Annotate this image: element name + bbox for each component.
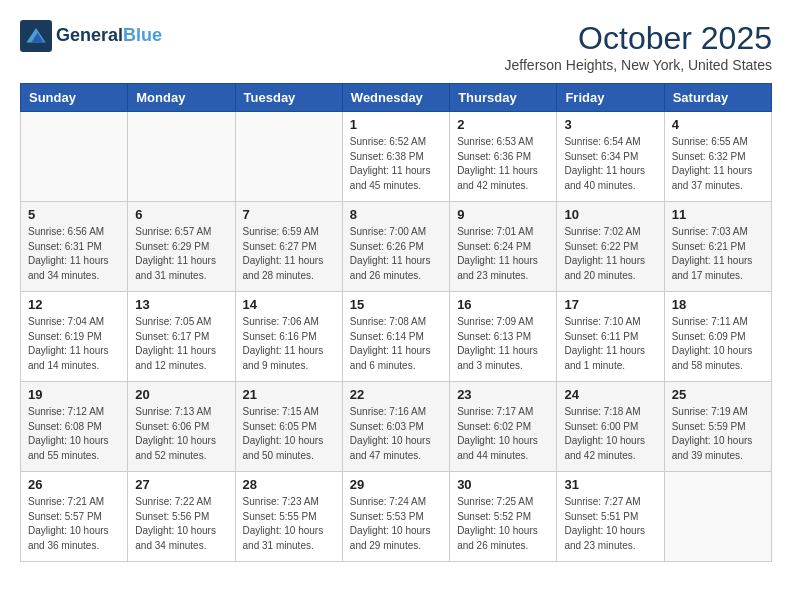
logo: GeneralBlue (20, 20, 162, 52)
calendar-cell: 31Sunrise: 7:27 AM Sunset: 5:51 PM Dayli… (557, 472, 664, 562)
day-number: 14 (243, 297, 335, 312)
calendar-week-5: 26Sunrise: 7:21 AM Sunset: 5:57 PM Dayli… (21, 472, 772, 562)
day-number: 28 (243, 477, 335, 492)
day-info: Sunrise: 6:54 AM Sunset: 6:34 PM Dayligh… (564, 135, 656, 193)
calendar-cell: 20Sunrise: 7:13 AM Sunset: 6:06 PM Dayli… (128, 382, 235, 472)
calendar-cell: 14Sunrise: 7:06 AM Sunset: 6:16 PM Dayli… (235, 292, 342, 382)
day-number: 6 (135, 207, 227, 222)
day-number: 11 (672, 207, 764, 222)
day-number: 2 (457, 117, 549, 132)
day-number: 19 (28, 387, 120, 402)
day-info: Sunrise: 7:22 AM Sunset: 5:56 PM Dayligh… (135, 495, 227, 553)
day-number: 30 (457, 477, 549, 492)
day-info: Sunrise: 7:23 AM Sunset: 5:55 PM Dayligh… (243, 495, 335, 553)
calendar-cell (664, 472, 771, 562)
month-title: October 2025 (505, 20, 772, 57)
day-info: Sunrise: 7:18 AM Sunset: 6:00 PM Dayligh… (564, 405, 656, 463)
day-number: 18 (672, 297, 764, 312)
calendar-cell: 4Sunrise: 6:55 AM Sunset: 6:32 PM Daylig… (664, 112, 771, 202)
day-number: 10 (564, 207, 656, 222)
calendar-cell: 19Sunrise: 7:12 AM Sunset: 6:08 PM Dayli… (21, 382, 128, 472)
calendar-cell (128, 112, 235, 202)
day-info: Sunrise: 6:56 AM Sunset: 6:31 PM Dayligh… (28, 225, 120, 283)
day-info: Sunrise: 7:27 AM Sunset: 5:51 PM Dayligh… (564, 495, 656, 553)
calendar-cell: 21Sunrise: 7:15 AM Sunset: 6:05 PM Dayli… (235, 382, 342, 472)
day-number: 27 (135, 477, 227, 492)
calendar-cell: 5Sunrise: 6:56 AM Sunset: 6:31 PM Daylig… (21, 202, 128, 292)
day-info: Sunrise: 6:59 AM Sunset: 6:27 PM Dayligh… (243, 225, 335, 283)
calendar-cell: 17Sunrise: 7:10 AM Sunset: 6:11 PM Dayli… (557, 292, 664, 382)
day-info: Sunrise: 7:16 AM Sunset: 6:03 PM Dayligh… (350, 405, 442, 463)
day-number: 5 (28, 207, 120, 222)
calendar-cell: 2Sunrise: 6:53 AM Sunset: 6:36 PM Daylig… (450, 112, 557, 202)
calendar-cell: 7Sunrise: 6:59 AM Sunset: 6:27 PM Daylig… (235, 202, 342, 292)
day-info: Sunrise: 7:12 AM Sunset: 6:08 PM Dayligh… (28, 405, 120, 463)
day-number: 25 (672, 387, 764, 402)
day-info: Sunrise: 7:10 AM Sunset: 6:11 PM Dayligh… (564, 315, 656, 373)
calendar-cell: 26Sunrise: 7:21 AM Sunset: 5:57 PM Dayli… (21, 472, 128, 562)
calendar-cell: 15Sunrise: 7:08 AM Sunset: 6:14 PM Dayli… (342, 292, 449, 382)
weekday-header-monday: Monday (128, 84, 235, 112)
calendar-cell: 11Sunrise: 7:03 AM Sunset: 6:21 PM Dayli… (664, 202, 771, 292)
location-title: Jefferson Heights, New York, United Stat… (505, 57, 772, 73)
calendar-cell: 10Sunrise: 7:02 AM Sunset: 6:22 PM Dayli… (557, 202, 664, 292)
day-info: Sunrise: 7:00 AM Sunset: 6:26 PM Dayligh… (350, 225, 442, 283)
day-info: Sunrise: 7:13 AM Sunset: 6:06 PM Dayligh… (135, 405, 227, 463)
calendar-week-3: 12Sunrise: 7:04 AM Sunset: 6:19 PM Dayli… (21, 292, 772, 382)
calendar-week-2: 5Sunrise: 6:56 AM Sunset: 6:31 PM Daylig… (21, 202, 772, 292)
calendar-cell: 13Sunrise: 7:05 AM Sunset: 6:17 PM Dayli… (128, 292, 235, 382)
weekday-header-row: SundayMondayTuesdayWednesdayThursdayFrid… (21, 84, 772, 112)
day-number: 20 (135, 387, 227, 402)
day-number: 13 (135, 297, 227, 312)
day-info: Sunrise: 7:06 AM Sunset: 6:16 PM Dayligh… (243, 315, 335, 373)
calendar-body: 1Sunrise: 6:52 AM Sunset: 6:38 PM Daylig… (21, 112, 772, 562)
calendar-cell: 18Sunrise: 7:11 AM Sunset: 6:09 PM Dayli… (664, 292, 771, 382)
day-info: Sunrise: 7:01 AM Sunset: 6:24 PM Dayligh… (457, 225, 549, 283)
calendar-cell: 27Sunrise: 7:22 AM Sunset: 5:56 PM Dayli… (128, 472, 235, 562)
calendar-cell: 22Sunrise: 7:16 AM Sunset: 6:03 PM Dayli… (342, 382, 449, 472)
title-block: October 2025 Jefferson Heights, New York… (505, 20, 772, 73)
day-number: 8 (350, 207, 442, 222)
day-number: 4 (672, 117, 764, 132)
calendar-cell: 8Sunrise: 7:00 AM Sunset: 6:26 PM Daylig… (342, 202, 449, 292)
day-info: Sunrise: 7:19 AM Sunset: 5:59 PM Dayligh… (672, 405, 764, 463)
day-number: 15 (350, 297, 442, 312)
calendar-cell (21, 112, 128, 202)
calendar-cell: 29Sunrise: 7:24 AM Sunset: 5:53 PM Dayli… (342, 472, 449, 562)
day-info: Sunrise: 7:21 AM Sunset: 5:57 PM Dayligh… (28, 495, 120, 553)
day-number: 7 (243, 207, 335, 222)
day-number: 26 (28, 477, 120, 492)
calendar-table: SundayMondayTuesdayWednesdayThursdayFrid… (20, 83, 772, 562)
day-info: Sunrise: 7:04 AM Sunset: 6:19 PM Dayligh… (28, 315, 120, 373)
day-number: 16 (457, 297, 549, 312)
day-info: Sunrise: 7:08 AM Sunset: 6:14 PM Dayligh… (350, 315, 442, 373)
calendar-cell: 3Sunrise: 6:54 AM Sunset: 6:34 PM Daylig… (557, 112, 664, 202)
day-number: 9 (457, 207, 549, 222)
calendar-cell: 1Sunrise: 6:52 AM Sunset: 6:38 PM Daylig… (342, 112, 449, 202)
calendar-cell: 25Sunrise: 7:19 AM Sunset: 5:59 PM Dayli… (664, 382, 771, 472)
day-info: Sunrise: 7:17 AM Sunset: 6:02 PM Dayligh… (457, 405, 549, 463)
day-number: 17 (564, 297, 656, 312)
calendar-cell (235, 112, 342, 202)
day-info: Sunrise: 6:57 AM Sunset: 6:29 PM Dayligh… (135, 225, 227, 283)
page-header: GeneralBlue October 2025 Jefferson Heigh… (20, 20, 772, 73)
calendar-week-1: 1Sunrise: 6:52 AM Sunset: 6:38 PM Daylig… (21, 112, 772, 202)
day-info: Sunrise: 7:24 AM Sunset: 5:53 PM Dayligh… (350, 495, 442, 553)
day-info: Sunrise: 7:09 AM Sunset: 6:13 PM Dayligh… (457, 315, 549, 373)
day-number: 24 (564, 387, 656, 402)
day-number: 21 (243, 387, 335, 402)
weekday-header-tuesday: Tuesday (235, 84, 342, 112)
calendar-week-4: 19Sunrise: 7:12 AM Sunset: 6:08 PM Dayli… (21, 382, 772, 472)
calendar-header: SundayMondayTuesdayWednesdayThursdayFrid… (21, 84, 772, 112)
day-number: 3 (564, 117, 656, 132)
day-info: Sunrise: 6:55 AM Sunset: 6:32 PM Dayligh… (672, 135, 764, 193)
day-number: 1 (350, 117, 442, 132)
day-number: 31 (564, 477, 656, 492)
day-info: Sunrise: 6:52 AM Sunset: 6:38 PM Dayligh… (350, 135, 442, 193)
day-number: 22 (350, 387, 442, 402)
day-info: Sunrise: 7:02 AM Sunset: 6:22 PM Dayligh… (564, 225, 656, 283)
day-info: Sunrise: 7:15 AM Sunset: 6:05 PM Dayligh… (243, 405, 335, 463)
weekday-header-sunday: Sunday (21, 84, 128, 112)
calendar-cell: 28Sunrise: 7:23 AM Sunset: 5:55 PM Dayli… (235, 472, 342, 562)
weekday-header-wednesday: Wednesday (342, 84, 449, 112)
